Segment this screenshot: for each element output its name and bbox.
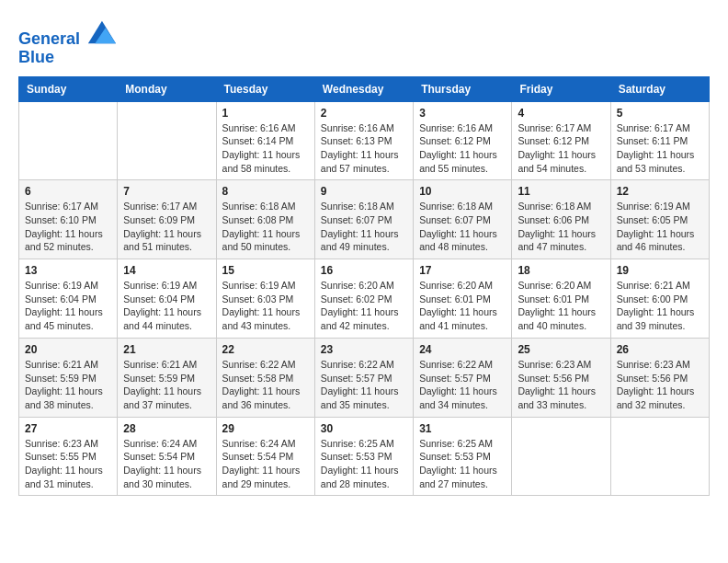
calendar-week-3: 13Sunrise: 6:19 AMSunset: 6:04 PMDayligh…: [19, 259, 710, 339]
day-info: Sunrise: 6:17 AMSunset: 6:12 PMDaylight:…: [518, 121, 604, 176]
calendar-cell: 5Sunrise: 6:17 AMSunset: 6:11 PMDaylight…: [610, 101, 709, 180]
weekday-monday: Monday: [118, 76, 216, 101]
day-info: Sunrise: 6:23 AMSunset: 5:56 PMDaylight:…: [518, 358, 604, 412]
calendar-cell: 26Sunrise: 6:23 AMSunset: 5:56 PMDayligh…: [610, 338, 709, 417]
day-info: Sunrise: 6:20 AMSunset: 6:01 PMDaylight:…: [518, 279, 604, 333]
day-info: Sunrise: 6:19 AMSunset: 6:03 PMDaylight:…: [222, 279, 309, 333]
day-info: Sunrise: 6:17 AMSunset: 6:10 PMDaylight:…: [25, 200, 111, 254]
calendar-cell: 4Sunrise: 6:17 AMSunset: 6:12 PMDaylight…: [512, 101, 610, 180]
calendar-week-1: 1Sunrise: 6:16 AMSunset: 6:14 PMDaylight…: [19, 101, 710, 180]
calendar-week-5: 27Sunrise: 6:23 AMSunset: 5:55 PMDayligh…: [19, 417, 710, 496]
day-number: 20: [25, 343, 111, 356]
day-info: Sunrise: 6:22 AMSunset: 5:57 PMDaylight:…: [419, 358, 506, 412]
day-info: Sunrise: 6:20 AMSunset: 6:01 PMDaylight:…: [419, 279, 506, 333]
day-info: Sunrise: 6:16 AMSunset: 6:12 PMDaylight:…: [419, 121, 506, 176]
day-number: 6: [25, 185, 111, 198]
calendar-body: 1Sunrise: 6:16 AMSunset: 6:14 PMDaylight…: [19, 101, 710, 496]
day-info: Sunrise: 6:18 AMSunset: 6:08 PMDaylight:…: [222, 200, 309, 254]
calendar-cell: 9Sunrise: 6:18 AMSunset: 6:07 PMDaylight…: [314, 180, 413, 259]
weekday-tuesday: Tuesday: [216, 76, 314, 101]
day-info: Sunrise: 6:19 AMSunset: 6:05 PMDaylight:…: [617, 200, 703, 254]
day-number: 2: [321, 107, 407, 120]
calendar-cell: [610, 417, 709, 496]
calendar-cell: 6Sunrise: 6:17 AMSunset: 6:10 PMDaylight…: [19, 180, 118, 259]
day-info: Sunrise: 6:24 AMSunset: 5:54 PMDaylight:…: [123, 437, 210, 491]
day-number: 4: [518, 107, 604, 120]
calendar-cell: [512, 417, 610, 496]
day-info: Sunrise: 6:18 AMSunset: 6:07 PMDaylight:…: [419, 200, 506, 254]
day-number: 16: [321, 264, 407, 277]
day-number: 28: [123, 422, 210, 435]
day-number: 18: [518, 264, 604, 277]
day-info: Sunrise: 6:19 AMSunset: 6:04 PMDaylight:…: [25, 279, 111, 333]
weekday-wednesday: Wednesday: [314, 76, 413, 101]
calendar-cell: 31Sunrise: 6:25 AMSunset: 5:53 PMDayligh…: [414, 417, 512, 496]
day-number: 5: [617, 107, 703, 120]
day-number: 9: [321, 185, 407, 198]
day-info: Sunrise: 6:23 AMSunset: 5:55 PMDaylight:…: [25, 437, 111, 491]
day-info: Sunrise: 6:24 AMSunset: 5:54 PMDaylight:…: [222, 437, 309, 491]
calendar-cell: 3Sunrise: 6:16 AMSunset: 6:12 PMDaylight…: [414, 101, 512, 180]
day-number: 22: [222, 343, 309, 356]
day-number: 8: [222, 185, 309, 198]
day-number: 7: [123, 185, 210, 198]
calendar-cell: [118, 101, 216, 180]
day-info: Sunrise: 6:22 AMSunset: 5:58 PMDaylight:…: [222, 358, 309, 412]
calendar-cell: 23Sunrise: 6:22 AMSunset: 5:57 PMDayligh…: [314, 338, 413, 417]
logo-icon: [86, 18, 116, 44]
calendar-cell: 25Sunrise: 6:23 AMSunset: 5:56 PMDayligh…: [512, 338, 610, 417]
calendar-cell: [19, 101, 118, 180]
calendar-cell: 24Sunrise: 6:22 AMSunset: 5:57 PMDayligh…: [414, 338, 512, 417]
day-number: 19: [617, 264, 703, 277]
calendar-cell: 1Sunrise: 6:16 AMSunset: 6:14 PMDaylight…: [216, 101, 314, 180]
day-number: 17: [419, 264, 506, 277]
calendar-cell: 21Sunrise: 6:21 AMSunset: 5:59 PMDayligh…: [118, 338, 216, 417]
day-info: Sunrise: 6:25 AMSunset: 5:53 PMDaylight:…: [321, 437, 407, 491]
day-number: 13: [25, 264, 111, 277]
calendar-cell: 14Sunrise: 6:19 AMSunset: 6:04 PMDayligh…: [118, 259, 216, 339]
calendar-cell: 27Sunrise: 6:23 AMSunset: 5:55 PMDayligh…: [19, 417, 118, 496]
calendar-cell: 16Sunrise: 6:20 AMSunset: 6:02 PMDayligh…: [314, 259, 413, 339]
day-info: Sunrise: 6:21 AMSunset: 5:59 PMDaylight:…: [25, 358, 111, 412]
calendar-cell: 29Sunrise: 6:24 AMSunset: 5:54 PMDayligh…: [216, 417, 314, 496]
day-number: 21: [123, 343, 210, 356]
logo-general: General: [18, 29, 80, 48]
day-info: Sunrise: 6:18 AMSunset: 6:06 PMDaylight:…: [518, 200, 604, 254]
calendar-cell: 7Sunrise: 6:17 AMSunset: 6:09 PMDaylight…: [118, 180, 216, 259]
weekday-friday: Friday: [512, 76, 610, 101]
day-info: Sunrise: 6:16 AMSunset: 6:14 PMDaylight:…: [222, 121, 309, 176]
day-info: Sunrise: 6:25 AMSunset: 5:53 PMDaylight:…: [419, 437, 506, 491]
logo: General Blue: [18, 18, 116, 67]
day-number: 3: [419, 107, 506, 120]
day-number: 14: [123, 264, 210, 277]
day-info: Sunrise: 6:23 AMSunset: 5:56 PMDaylight:…: [617, 358, 703, 412]
day-number: 15: [222, 264, 309, 277]
day-info: Sunrise: 6:21 AMSunset: 6:00 PMDaylight:…: [617, 279, 703, 333]
weekday-saturday: Saturday: [610, 76, 709, 101]
logo-blue: Blue: [18, 48, 54, 66]
calendar-cell: 28Sunrise: 6:24 AMSunset: 5:54 PMDayligh…: [118, 417, 216, 496]
day-info: Sunrise: 6:17 AMSunset: 6:11 PMDaylight:…: [617, 121, 703, 176]
page-header: General Blue: [18, 18, 710, 67]
calendar-cell: 15Sunrise: 6:19 AMSunset: 6:03 PMDayligh…: [216, 259, 314, 339]
calendar-table: SundayMondayTuesdayWednesdayThursdayFrid…: [18, 76, 710, 497]
day-info: Sunrise: 6:20 AMSunset: 6:02 PMDaylight:…: [321, 279, 407, 333]
calendar-cell: 2Sunrise: 6:16 AMSunset: 6:13 PMDaylight…: [314, 101, 413, 180]
day-number: 10: [419, 185, 506, 198]
day-number: 11: [518, 185, 604, 198]
day-number: 23: [321, 343, 407, 356]
day-number: 30: [321, 422, 407, 435]
calendar-cell: 22Sunrise: 6:22 AMSunset: 5:58 PMDayligh…: [216, 338, 314, 417]
calendar-week-4: 20Sunrise: 6:21 AMSunset: 5:59 PMDayligh…: [19, 338, 710, 417]
day-number: 1: [222, 107, 309, 120]
calendar-cell: 18Sunrise: 6:20 AMSunset: 6:01 PMDayligh…: [512, 259, 610, 339]
calendar-cell: 11Sunrise: 6:18 AMSunset: 6:06 PMDayligh…: [512, 180, 610, 259]
calendar-cell: 17Sunrise: 6:20 AMSunset: 6:01 PMDayligh…: [414, 259, 512, 339]
day-info: Sunrise: 6:22 AMSunset: 5:57 PMDaylight:…: [321, 358, 407, 412]
day-info: Sunrise: 6:21 AMSunset: 5:59 PMDaylight:…: [123, 358, 210, 412]
calendar-cell: 12Sunrise: 6:19 AMSunset: 6:05 PMDayligh…: [610, 180, 709, 259]
day-info: Sunrise: 6:16 AMSunset: 6:13 PMDaylight:…: [321, 121, 407, 176]
weekday-thursday: Thursday: [414, 76, 512, 101]
day-number: 29: [222, 422, 309, 435]
day-number: 12: [617, 185, 703, 198]
